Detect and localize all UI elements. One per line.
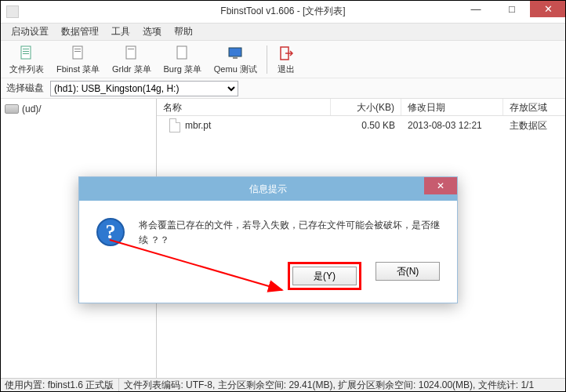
menu-help[interactable]: 帮助 [168, 24, 199, 40]
toolbar-fbinst-menu[interactable]: Fbinst 菜单 [52, 42, 104, 77]
disk-select[interactable]: (hd1): USB_Kingston(14g, H:) [50, 81, 238, 96]
page-icon [69, 44, 88, 63]
tree-root-item[interactable]: (ud)/ [5, 102, 151, 116]
toolbar-grldr-menu[interactable]: Grldr 菜单 [107, 42, 156, 77]
yes-highlight: 是(Y) [288, 262, 361, 290]
dialog-title: 信息提示 [249, 183, 287, 196]
tree-root-label: (ud)/ [22, 103, 42, 114]
svg-rect-0 [21, 46, 31, 59]
page-icon [17, 44, 36, 63]
no-button[interactable]: 否(N) [376, 262, 440, 281]
disk-icon [5, 104, 19, 114]
file-area: 主数据区 [503, 118, 566, 134]
menu-tools[interactable]: 工具 [105, 24, 136, 40]
svg-rect-8 [128, 49, 134, 49]
toolbar-qemu-test[interactable]: Qemu 测试 [209, 42, 262, 77]
svg-rect-9 [177, 46, 187, 59]
dialog-titlebar: 信息提示 ✕ [79, 177, 457, 201]
col-size[interactable]: 大小(KB) [331, 99, 401, 115]
toolbar-file-list[interactable]: 文件列表 [5, 42, 49, 77]
svg-rect-10 [229, 48, 241, 56]
status-left: 使用内置: fbinst1.6 正式版 [0, 379, 119, 392]
file-name: mbr.pt [185, 120, 211, 131]
toolbar-exit[interactable]: 退出 [272, 42, 300, 77]
svg-rect-11 [233, 57, 238, 59]
file-size: 0.50 KB [331, 118, 401, 132]
page-icon [122, 44, 141, 63]
monitor-icon [226, 44, 245, 63]
info-dialog: 信息提示 ✕ ? 将会覆盖已存在的文件，若导入失败，已存在文件可能会被破坏，是否… [78, 176, 458, 303]
svg-rect-6 [74, 51, 81, 52]
minimize-button[interactable]: — [458, 0, 494, 17]
menu-boot-settings[interactable]: 启动设置 [5, 24, 55, 40]
file-icon [169, 118, 180, 132]
menu-options[interactable]: 选项 [136, 24, 168, 40]
toolbar-separator [267, 45, 267, 74]
col-area[interactable]: 存放区域 [503, 99, 566, 115]
svg-rect-5 [74, 49, 81, 49]
maximize-button[interactable]: □ [494, 0, 530, 17]
col-name[interactable]: 名称 [157, 99, 331, 115]
toolbar-burg-menu[interactable]: Burg 菜单 [159, 42, 206, 77]
dialog-close-button[interactable]: ✕ [424, 177, 457, 194]
svg-rect-3 [23, 53, 29, 54]
yes-button[interactable]: 是(Y) [292, 267, 357, 285]
disk-label: 选择磁盘 [6, 82, 44, 95]
statusbar: 使用内置: fbinst1.6 正式版 文件列表编码: UTF-8, 主分区剩余… [0, 378, 566, 392]
list-header: 名称 大小(KB) 修改日期 存放区域 [157, 99, 566, 116]
file-date: 2013-08-03 12:21 [401, 118, 503, 132]
svg-rect-1 [23, 49, 29, 49]
disk-selector-row: 选择磁盘 (hd1): USB_Kingston(14g, H:) [0, 78, 566, 99]
question-icon: ? [96, 218, 125, 246]
close-button[interactable]: ✕ [530, 0, 566, 17]
svg-rect-2 [23, 51, 29, 52]
dialog-message: 将会覆盖已存在的文件，若导入失败，已存在文件可能会被破坏，是否继续 ？？ [139, 218, 440, 248]
svg-rect-7 [126, 46, 136, 59]
toolbar: 文件列表 Fbinst 菜单 Grldr 菜单 Burg 菜单 Qemu 测试 … [0, 41, 566, 78]
col-date[interactable]: 修改日期 [401, 99, 503, 115]
svg-rect-4 [73, 46, 82, 59]
status-right: 文件列表编码: UTF-8, 主分区剩余空间: 29.41(MB), 扩展分区剩… [119, 379, 566, 392]
window-titlebar: FbinstTool v1.606 - [文件列表] — □ ✕ [0, 0, 566, 24]
page-icon [173, 44, 192, 63]
menu-data-manage[interactable]: 数据管理 [55, 24, 105, 40]
exit-icon [277, 44, 296, 63]
table-row[interactable]: mbr.pt 0.50 KB 2013-08-03 12:21 主数据区 [157, 116, 566, 135]
menubar: 启动设置 数据管理 工具 选项 帮助 [0, 24, 566, 41]
